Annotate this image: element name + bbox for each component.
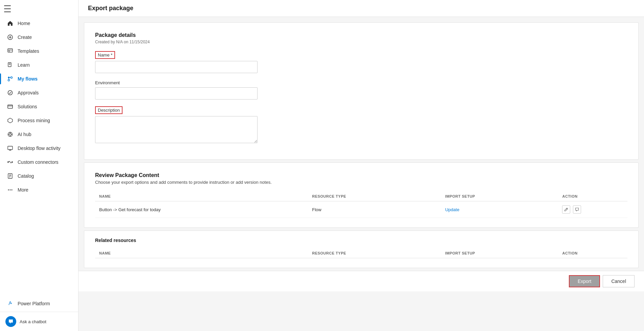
sidebar-label-ai-hub: AI hub [18, 132, 31, 137]
sidebar-header [0, 0, 78, 15]
edit-icon[interactable] [562, 205, 570, 214]
svg-point-9 [8, 77, 10, 79]
sidebar-label-catalog: Catalog [18, 173, 34, 179]
sidebar-item-custom-connectors[interactable]: Custom connectors [1, 155, 77, 169]
home-icon [7, 20, 14, 27]
svg-point-11 [8, 80, 10, 81]
svg-point-27 [8, 162, 9, 163]
hamburger-menu[interactable] [4, 5, 11, 12]
sidebar-item-my-flows[interactable]: My flows [1, 72, 77, 86]
sidebar-item-approvals[interactable]: Approvals [1, 86, 77, 100]
related-header-row: NAME RESOURCE TYPE IMPORT SETUP ACTION [95, 248, 627, 258]
related-resources-table: NAME RESOURCE TYPE IMPORT SETUP ACTION [95, 248, 627, 258]
create-icon [7, 34, 14, 41]
sidebar-label-approvals: Approvals [18, 90, 39, 95]
svg-rect-24 [8, 146, 13, 150]
related-col-resource: RESOURCE TYPE [308, 248, 441, 258]
environment-field-group: Environment [95, 80, 627, 100]
sidebar-label-solutions: Solutions [18, 104, 37, 109]
related-resources-title: Related resources [95, 238, 627, 243]
svg-marker-17 [8, 118, 13, 123]
description-label: Description [95, 106, 123, 114]
more-icon [7, 186, 14, 193]
sidebar-item-home[interactable]: Home [1, 17, 77, 30]
related-resources-section: Related resources NAME RESOURCE TYPE IMP… [84, 230, 639, 268]
table-header-row: NAME RESOURCE TYPE IMPORT SETUP ACTION [95, 192, 627, 201]
sidebar-label-custom-connectors: Custom connectors [18, 159, 59, 165]
package-details-subtitle: Created by N/A on 11/15/2024 [95, 40, 627, 44]
sidebar-item-desktop-flow[interactable]: Desktop flow activity [1, 141, 77, 155]
sidebar: Home Create Templates Learn [0, 0, 79, 331]
svg-point-33 [8, 190, 9, 191]
svg-point-10 [11, 77, 13, 79]
my-flows-icon [7, 75, 14, 82]
templates-icon [7, 48, 14, 54]
sidebar-label-home: Home [18, 21, 30, 26]
cancel-button[interactable]: Cancel [603, 275, 635, 287]
package-details-title: Package details [95, 32, 627, 38]
svg-point-28 [12, 162, 13, 163]
page-header: Export package [79, 0, 644, 17]
svg-point-18 [9, 133, 11, 135]
svg-line-36 [567, 208, 567, 209]
row-name: Button -> Get forecast for today [95, 201, 308, 218]
col-header-resource: RESOURCE TYPE [308, 192, 441, 201]
sidebar-item-process-mining[interactable]: Process mining [1, 114, 77, 127]
content-area: Package details Created by N/A on 11/15/… [79, 17, 644, 331]
catalog-icon [7, 173, 14, 179]
environment-input[interactable] [95, 87, 258, 100]
name-field-group: Name * [95, 51, 627, 73]
sidebar-item-solutions[interactable]: Solutions [1, 100, 77, 113]
name-label: Name * [95, 51, 115, 59]
learn-icon [7, 62, 14, 68]
name-input[interactable] [95, 61, 258, 73]
sidebar-item-more[interactable]: More [1, 183, 77, 197]
sidebar-item-templates[interactable]: Templates [1, 44, 77, 58]
sidebar-label-power-platform: Power Platform [18, 301, 50, 306]
action-icons [562, 205, 623, 214]
related-col-action: ACTION [558, 248, 627, 258]
ai-hub-icon [7, 131, 14, 138]
sidebar-item-catalog[interactable]: Catalog [1, 169, 77, 183]
comment-icon[interactable] [573, 205, 581, 214]
svg-point-34 [10, 190, 11, 191]
review-package-description: Choose your export options and add comme… [95, 180, 627, 185]
description-input[interactable] [95, 116, 258, 143]
col-header-import: IMPORT SETUP [441, 192, 558, 201]
desktop-flow-icon [7, 145, 14, 152]
power-platform-icon [7, 300, 14, 307]
review-package-table: NAME RESOURCE TYPE IMPORT SETUP ACTION B… [95, 192, 627, 218]
main-content: Export package Package details Created b… [79, 0, 644, 331]
sidebar-nav: Home Create Templates Learn [0, 15, 78, 296]
solutions-icon [7, 103, 14, 110]
footer-action-bar: Export Cancel [79, 271, 644, 291]
package-details-section: Package details Created by N/A on 11/15/… [84, 22, 639, 160]
col-header-name: NAME [95, 192, 308, 201]
row-resource-type: Flow [308, 201, 441, 218]
sidebar-footer[interactable]: Ask a chatbot [0, 312, 78, 331]
related-col-import: IMPORT SETUP [441, 248, 558, 258]
sidebar-label-desktop-flow: Desktop flow activity [18, 146, 61, 151]
review-package-section: Review Package Content Choose your expor… [84, 162, 639, 228]
sidebar-item-learn[interactable]: Learn [1, 58, 77, 72]
svg-point-14 [8, 91, 13, 95]
related-col-name: NAME [95, 248, 308, 258]
update-link[interactable]: Update [445, 207, 459, 212]
table-row: Button -> Get forecast for today Flow Up… [95, 201, 627, 218]
sidebar-label-process-mining: Process mining [18, 118, 50, 123]
chatbot-button[interactable] [5, 316, 16, 327]
sidebar-item-power-platform[interactable]: Power Platform [1, 297, 77, 310]
sidebar-item-ai-hub[interactable]: AI hub [1, 128, 77, 141]
sidebar-label-learn: Learn [18, 62, 30, 68]
page-title: Export package [88, 5, 635, 12]
row-import-setup: Update [441, 201, 558, 218]
col-header-action: ACTION [558, 192, 627, 201]
custom-connectors-icon [7, 159, 14, 166]
approvals-icon [7, 89, 14, 96]
environment-label: Environment [95, 80, 120, 85]
svg-rect-15 [8, 105, 13, 108]
sidebar-item-create[interactable]: Create [1, 30, 77, 44]
sidebar-label-create: Create [18, 35, 32, 40]
export-button[interactable]: Export [569, 275, 600, 287]
description-field-group: Description [95, 106, 627, 143]
